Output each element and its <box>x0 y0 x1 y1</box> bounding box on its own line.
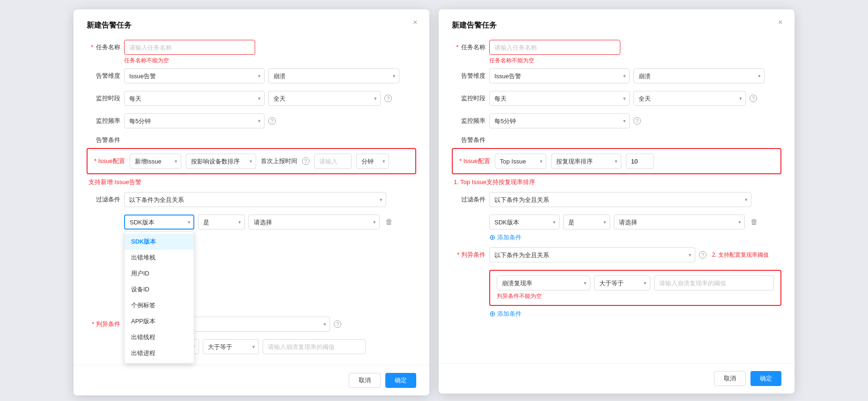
dialog-1-judge-help-icon[interactable]: ? <box>334 320 341 328</box>
dialog-2-confirm-button[interactable]: 确定 <box>750 371 781 386</box>
required-star: * <box>91 44 93 51</box>
dialog-2-judge-condition-box: 崩溃复现率 大于等于 判异条件不能为空 <box>489 270 781 306</box>
dialog-2-taskname-row: * 任务名称 <box>452 40 781 55</box>
dialog-1-filter-condition-area: SDK版本 ▾ 是 请选择 🗑 SDK版本 出错堆栈 用户ID 设备ID 个例 <box>124 215 416 230</box>
dialog-1-sdk-select[interactable]: SDK版本 <box>124 215 194 230</box>
dialog-1-dimension-select2[interactable]: 崩溃 <box>268 68 399 83</box>
dialog-1-issue-unit-select[interactable]: 分钟 <box>356 154 389 169</box>
dialog-2-operator-select[interactable]: 是 <box>563 215 610 230</box>
dialog-2-cancel-button[interactable]: 取消 <box>714 371 746 386</box>
dialog-2-delete-icon[interactable]: 🗑 <box>749 216 760 228</box>
dialog-2-issue-config-box: * Issue配置 Top Issue 按复现率排序 <box>452 148 781 174</box>
dialog-1-freq-help-icon[interactable]: ? <box>268 117 276 125</box>
dialog-1-period-row: 监控时段 每天 全天 ? <box>87 91 416 106</box>
dialog-1-judge-label: * 判异条件 <box>87 320 120 328</box>
dialog-2-crash-operator-wrap: 大于等于 <box>594 275 650 290</box>
dialog-2-crash-rate-select[interactable]: 崩溃复现率 <box>497 275 590 290</box>
dialog-1-issue-type-select[interactable]: 新增Issue <box>130 154 181 169</box>
dialog-1-issue-time-input[interactable] <box>314 154 352 169</box>
dialog-2-issue-sort-select[interactable]: 按复现率排序 <box>551 154 621 169</box>
dialog-2-issue-config-label: * Issue配置 <box>459 157 490 165</box>
dialog-2: 新建告警任务 × * 任务名称 任务名称不能为空 告警维度 Issue告警 崩溃… <box>439 9 794 394</box>
dropdown-item-sdk[interactable]: SDK版本 <box>125 234 194 250</box>
dialog-2-dimension-select2[interactable]: 崩溃 <box>633 68 765 83</box>
dialog-1-filter-item-row: SDK版本 ▾ 是 请选择 🗑 <box>124 215 416 230</box>
dialog-2-close-icon[interactable]: × <box>776 18 785 27</box>
dialog-1-period-help-icon[interactable]: ? <box>384 95 392 102</box>
dropdown-item-userid[interactable]: 用户ID <box>125 266 194 282</box>
dropdown-item-deviceid[interactable]: 设备ID <box>125 282 194 297</box>
dialog-1-footer: 取消 确定 <box>74 365 429 395</box>
dialog-1-dimension-select1-wrap: Issue告警 <box>124 68 265 83</box>
dialog-2-judge-relation-wrap: 以下条件为全且关系 <box>489 247 695 262</box>
dialog-2-add-judge-btn[interactable]: ⊕ 添加条件 <box>489 310 781 318</box>
dialog-1-issue-config-box: * Issue配置 新增Issue 按影响设备数排序 首次上报时间 ? 分钟 <box>87 148 416 174</box>
dialog-1-freq-select-wrap: 每5分钟 <box>124 113 265 128</box>
dialog-1-close-icon[interactable]: × <box>411 18 420 27</box>
dialog-2-taskname-error: 任务名称不能为空 <box>489 57 781 65</box>
dialog-1-crash-operator-select[interactable]: 大于等于 <box>203 339 259 354</box>
dialog-2-add-filter-btn[interactable]: ⊕ 添加条件 <box>489 233 781 242</box>
dialog-1-crash-operator-wrap: 大于等于 <box>203 339 259 354</box>
dialog-2-dimension-label: 告警维度 <box>452 72 485 80</box>
dropdown-item-stack[interactable]: 出错堆栈 <box>125 250 194 266</box>
dialog-1-period-select2-wrap: 全天 <box>268 91 381 106</box>
dialog-1-filter-label: 过滤条件 <box>87 195 120 204</box>
dialog-1-issue-time-help-icon[interactable]: ? <box>302 157 309 165</box>
dialog-1-value-select[interactable]: 请选择 <box>249 215 380 230</box>
dialog-2-filter-row: 过滤条件 以下条件为全且关系 <box>452 192 781 207</box>
dialog-2-judge-help-icon[interactable]: ? <box>699 251 706 259</box>
dialog-2-freq-select-wrap: 每5分钟 <box>489 113 630 128</box>
dialog-2-period-row: 监控时段 每天 全天 ? <box>452 91 781 106</box>
dialog-2-annotation1: 1. Top Issue支持按复现率排序 <box>452 178 781 186</box>
dialog-1-title: 新建告警任务 <box>87 21 416 30</box>
dialog-1-filter-relation-select[interactable]: 以下条件为全且关系 <box>124 192 386 207</box>
dialog-2-value-select-wrap: 请选择 <box>614 215 745 230</box>
dialog-1-operator-select[interactable]: 是 <box>198 215 245 230</box>
dialog-1-crash-threshold-input[interactable] <box>263 339 366 354</box>
dialog-2-judge-relation-select[interactable]: 以下条件为全且关系 <box>489 247 695 262</box>
dialog-2-period-help-icon[interactable]: ? <box>750 95 757 102</box>
dialog-2-issue-sort-wrap: 按复现率排序 <box>551 154 621 169</box>
dialog-2-issue-type-wrap: Top Issue <box>495 154 546 169</box>
required-star-2: * <box>456 44 458 51</box>
dialog-2-topn-input[interactable] <box>626 154 654 169</box>
dialog-1-cancel-button[interactable]: 取消 <box>349 373 381 388</box>
dialog-2-crash-operator-select[interactable]: 大于等于 <box>594 275 650 290</box>
dialog-2-crash-threshold-input[interactable] <box>654 275 774 290</box>
dialog-2-filter-item-row: SDK版本 是 请选择 🗑 <box>489 215 781 230</box>
dialog-2-freq-select[interactable]: 每5分钟 <box>489 113 630 128</box>
dialog-2-period-select2[interactable]: 全天 <box>633 91 746 106</box>
dropdown-item-thread[interactable]: 出错线程 <box>125 329 194 345</box>
dialog-1-freq-select[interactable]: 每5分钟 <box>124 113 265 128</box>
dialog-2-alert-condition-row: 告警条件 <box>452 136 781 144</box>
dialog-2-taskname-input[interactable] <box>489 40 620 55</box>
dialog-2-judge-error: 判异条件不能为空 <box>497 292 774 300</box>
dialog-2-period-select1[interactable]: 每天 <box>489 91 630 106</box>
dialog-1-taskname-input[interactable] <box>124 40 255 55</box>
dialog-1-dimension-select1[interactable]: Issue告警 <box>124 68 265 83</box>
dialog-1-dimension-select2-wrap: 崩溃 <box>268 68 399 83</box>
dialog-2-filter-relation-select[interactable]: 以下条件为全且关系 <box>489 192 751 207</box>
dialog-1-issue-sort-select[interactable]: 按影响设备数排序 <box>186 154 256 169</box>
dialog-1-period-select1[interactable]: 每天 <box>124 91 265 106</box>
dropdown-item-tag[interactable]: 个例标签 <box>125 297 194 313</box>
dialog-2-judge-header-row: * 判异条件 以下条件为全且关系 ? 2. 支持配置复现率阈值 <box>452 247 781 262</box>
dialog-2-freq-help-icon[interactable]: ? <box>633 117 641 125</box>
dialog-2-issue-type-select[interactable]: Top Issue <box>495 154 546 169</box>
dialog-2-sdk-select[interactable]: SDK版本 <box>489 215 559 230</box>
dialog-1-alert-condition-row: 告警条件 <box>87 136 416 144</box>
dropdown-item-process[interactable]: 出错进程 <box>125 345 194 361</box>
dropdown-item-appver[interactable]: APP版本 <box>125 313 194 329</box>
dialog-2-period-select2-wrap: 全天 <box>633 91 746 106</box>
dialog-1-period-select2[interactable]: 全天 <box>268 91 381 106</box>
dialog-1-taskname-error: 任务名称不能为空 <box>124 57 416 65</box>
dialog-1: 新建告警任务 × * 任务名称 任务名称不能为空 告警维度 Issue告警 崩溃… <box>74 9 429 395</box>
dialog-1-delete-icon[interactable]: 🗑 <box>383 216 395 228</box>
dialog-1-filter-row: 过滤条件 以下条件为全且关系 <box>87 192 416 207</box>
dialog-1-confirm-button[interactable]: 确定 <box>385 373 416 388</box>
dialog-2-crash-rate-select-wrap: 崩溃复现率 <box>497 275 590 290</box>
dialog-2-dimension-select1[interactable]: Issue告警 <box>489 68 630 83</box>
dialog-1-issue-config-label: * Issue配置 <box>94 157 125 165</box>
dialog-2-value-select[interactable]: 请选择 <box>614 215 745 230</box>
